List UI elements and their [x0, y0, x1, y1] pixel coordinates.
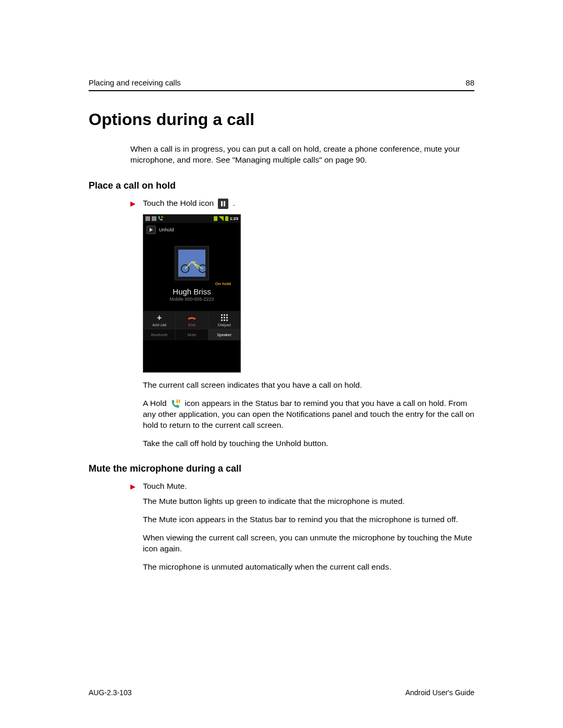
status-bar: 1:23 [143, 215, 240, 223]
bluetooth-button: Bluetooth [143, 329, 176, 340]
mute-p3: When viewing the current call screen, yo… [143, 533, 474, 554]
unhold-label: Unhold [159, 227, 174, 232]
contact-number: Mobile 650-555-2222 [143, 297, 240, 302]
svg-point-3 [199, 265, 206, 273]
mute-button: Mute [176, 329, 208, 340]
add-call-button: Add call [143, 312, 176, 329]
svg-rect-5 [179, 399, 180, 403]
signal-icon [219, 216, 224, 221]
mute-p2: The Mute icon appears in the Status bar … [143, 514, 474, 525]
status-icon [214, 216, 217, 221]
contact-area: On hold Hugh Briss Mobile 650-555-2222 [143, 237, 240, 305]
plus-icon [143, 314, 175, 322]
secondary-button-row: Bluetooth Mute Speaker [143, 329, 240, 340]
section-name: Placing and receiving calls [89, 78, 181, 87]
phone-screenshot: 1:23 Unhold On hold Hugh Briss Mobile 65… [143, 214, 241, 373]
hold-p1: The current call screen indicates that y… [143, 380, 474, 391]
status-icon [152, 216, 156, 221]
svg-rect-1 [162, 216, 163, 218]
step-touch-hold: ▶ Touch the Hold icon . [130, 199, 474, 209]
bicycle-icon [179, 259, 209, 274]
end-label: End [188, 323, 195, 327]
dialpad-label: Dialpad [218, 323, 231, 327]
mute-p4: The microphone is unmuted automatically … [143, 562, 474, 573]
doc-id: AUG-2.3-103 [89, 688, 131, 697]
page-footer: AUG-2.3-103 Android User's Guide [89, 688, 474, 697]
status-time: 1:23 [230, 216, 238, 221]
end-call-button: End [176, 312, 208, 329]
section-heading-mute: Mute the microphone during a call [89, 463, 474, 474]
section-heading-hold: Place a call on hold [89, 180, 474, 191]
doc-title: Android User's Guide [405, 688, 474, 697]
phone-hold-status-icon [158, 216, 163, 222]
unhold-play-icon [146, 226, 156, 234]
dialpad-button: Dialpad [209, 312, 240, 329]
battery-icon [225, 216, 228, 221]
hold-icon [218, 199, 228, 209]
hold-p3: Take the call off hold by touching the U… [143, 438, 474, 449]
add-call-label: Add call [152, 323, 166, 327]
step-bullet-icon: ▶ [130, 200, 136, 207]
dialpad-icon [209, 314, 240, 322]
hangup-icon [176, 314, 207, 322]
intro-paragraph: When a call is in progress, you can put … [130, 144, 474, 166]
contact-avatar [175, 246, 209, 280]
unhold-bar: Unhold [143, 223, 240, 237]
onhold-label: On hold [143, 281, 240, 286]
contact-name: Hugh Briss [143, 287, 240, 296]
phone-hold-icon [171, 399, 180, 409]
step-text-after: . [233, 199, 235, 207]
svg-rect-4 [176, 399, 178, 403]
mute-p1: The Mute button lights up green to indic… [143, 496, 474, 507]
page-title: Options during a call [89, 110, 474, 129]
status-icon [145, 216, 150, 221]
page-number: 88 [466, 78, 474, 87]
step-text-before: Touch the Hold icon [143, 199, 214, 207]
hold-p2: A Hold icon appears in the Status bar to… [143, 398, 474, 431]
speaker-button: Speaker [209, 329, 240, 340]
step-bullet-icon: ▶ [130, 483, 136, 490]
running-header: Placing and receiving calls 88 [89, 78, 474, 91]
step-touch-mute: ▶ Touch Mute. [130, 482, 474, 491]
step-text: Touch Mute. [143, 482, 187, 491]
svg-rect-0 [161, 216, 162, 218]
primary-button-row: Add call End Dialpad [143, 311, 240, 329]
